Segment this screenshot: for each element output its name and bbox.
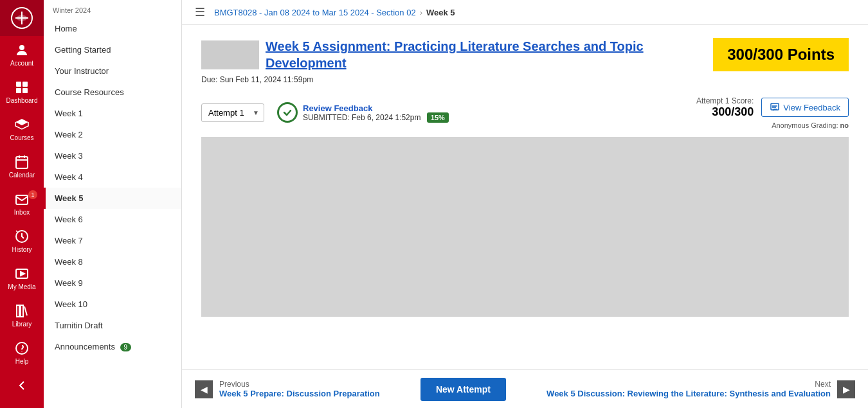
attempt-row: Attempt 1 Review Feedback SUBMITTED: Feb… — [201, 96, 849, 129]
next-nav[interactable]: Next Week 5 Discussion: Reviewing the Li… — [547, 380, 855, 398]
attempt-score-value: 300/300 — [696, 105, 754, 119]
nav-item-getting-started[interactable]: Getting Started — [44, 39, 181, 60]
sidebar-item-dashboard[interactable]: Dashboard — [0, 73, 44, 111]
attempt-select[interactable]: Attempt 1 — [201, 103, 264, 122]
prev-page-title[interactable]: Week 5 Prepare: Discussion Preparation — [219, 389, 380, 398]
nav-item-week8[interactable]: Week 8 — [44, 251, 181, 272]
sidebar-item-help[interactable]: Help — [0, 334, 44, 371]
assignment-image — [201, 40, 259, 69]
due-date: Due: Sun Feb 11, 2024 11:59pm — [201, 75, 700, 84]
submitted-check-icon — [277, 102, 298, 123]
prev-nav[interactable]: ◀ Previous Week 5 Prepare: Discussion Pr… — [195, 380, 380, 398]
anon-grading: Anonymous Grading: no — [696, 121, 849, 129]
nav-item-week3[interactable]: Week 3 — [44, 145, 181, 166]
new-attempt-button[interactable]: New Attempt — [420, 378, 506, 401]
sidebar-item-courses[interactable]: Courses — [0, 111, 44, 148]
svg-marker-13 — [21, 272, 24, 276]
assignment-title-block: Week 5 Assignment: Practicing Literature… — [201, 38, 700, 84]
sidebar-item-history[interactable]: History — [0, 222, 44, 260]
review-feedback-block: Review Feedback SUBMITTED: Feb 6, 2024 1… — [277, 102, 683, 123]
next-arrow-button[interactable]: ▶ — [837, 380, 855, 398]
sidebar-item-calendar[interactable]: Calendar — [0, 148, 44, 185]
assignment-header: Week 5 Assignment: Practicing Literature… — [201, 38, 849, 84]
breadcrumb-current: Week 5 — [426, 8, 455, 17]
nav-item-week10[interactable]: Week 10 — [44, 294, 181, 315]
prev-arrow-button[interactable]: ◀ — [195, 380, 213, 398]
sidebar-logo[interactable] — [0, 0, 44, 36]
review-feedback-title[interactable]: Review Feedback — [303, 103, 449, 113]
svg-rect-3 — [23, 82, 28, 87]
attempt-select-wrapper[interactable]: Attempt 1 — [201, 103, 264, 122]
nav-panel: Winter 2024 Home Getting Started Your In… — [44, 0, 182, 408]
main-content: ☰ BMGT8028 - Jan 08 2024 to Mar 15 2024 … — [182, 0, 868, 408]
svg-rect-5 — [23, 88, 28, 93]
view-feedback-button[interactable]: View Feedback — [761, 98, 849, 117]
review-text-block: Review Feedback SUBMITTED: Feb 6, 2024 1… — [303, 103, 449, 122]
next-label: Next — [547, 380, 831, 389]
nav-item-course-resources[interactable]: Course Resources — [44, 82, 181, 103]
score-badge: 300/300 Points — [713, 38, 849, 71]
sidebar-item-library[interactable]: Library — [0, 297, 44, 334]
nav-item-week4[interactable]: Week 4 — [44, 166, 181, 188]
hamburger-menu[interactable]: ☰ — [195, 5, 205, 19]
nav-term: Winter 2024 — [44, 0, 181, 18]
nav-item-home[interactable]: Home — [44, 18, 181, 39]
nav-item-week1[interactable]: Week 1 — [44, 103, 181, 124]
sidebar-item-inbox[interactable]: 1 Inbox — [0, 185, 44, 222]
breadcrumb: ☰ BMGT8028 - Jan 08 2024 to Mar 15 2024 … — [182, 0, 868, 25]
sidebar: Account Dashboard Courses Calendar 1 Inb… — [0, 0, 44, 408]
content-iframe-placeholder — [201, 137, 849, 317]
sidebar-item-account[interactable]: Account — [0, 36, 44, 73]
svg-point-1 — [19, 45, 24, 50]
svg-rect-14 — [17, 305, 19, 317]
prev-label: Previous — [219, 380, 380, 389]
breadcrumb-course[interactable]: BMGT8028 - Jan 08 2024 to Mar 15 2024 - … — [214, 8, 416, 17]
submitted-text: SUBMITTED: Feb 6, 2024 1:52pm 15% — [303, 113, 449, 122]
nav-item-week6[interactable]: Week 6 — [44, 209, 181, 230]
announcements-badge: 9 — [120, 343, 132, 351]
nav-item-week2[interactable]: Week 2 — [44, 124, 181, 145]
breadcrumb-separator: › — [420, 8, 422, 17]
sidebar-collapse-button[interactable] — [0, 371, 44, 402]
sidebar-item-my-media[interactable]: My Media — [0, 260, 44, 297]
next-page-title[interactable]: Week 5 Discussion: Reviewing the Literat… — [547, 389, 831, 398]
attempt-score-label: Attempt 1 Score: — [696, 96, 754, 105]
attempt-score-section: Attempt 1 Score: 300/300 View Feedback — [696, 96, 849, 129]
content-area: Week 5 Assignment: Practicing Literature… — [182, 25, 868, 369]
nav-item-week7[interactable]: Week 7 — [44, 230, 181, 251]
svg-rect-15 — [21, 305, 23, 317]
feedback-icon — [770, 102, 780, 112]
bottom-nav: ◀ Previous Week 5 Prepare: Discussion Pr… — [182, 369, 868, 408]
assignment-title[interactable]: Week 5 Assignment: Practicing Literature… — [266, 38, 700, 71]
nav-item-week9[interactable]: Week 9 — [44, 272, 181, 294]
svg-rect-6 — [16, 157, 28, 168]
svg-rect-4 — [16, 88, 21, 93]
nav-item-turnitin-draft[interactable]: Turnitin Draft — [44, 315, 181, 336]
inbox-badge: 1 — [28, 190, 37, 199]
nav-item-week5[interactable]: Week 5 — [44, 188, 181, 209]
nav-item-your-instructor[interactable]: Your Instructor — [44, 60, 181, 82]
nav-item-announcements[interactable]: Announcements 9 — [44, 336, 181, 357]
svg-rect-2 — [16, 82, 21, 87]
percent-badge: 15% — [427, 112, 449, 123]
